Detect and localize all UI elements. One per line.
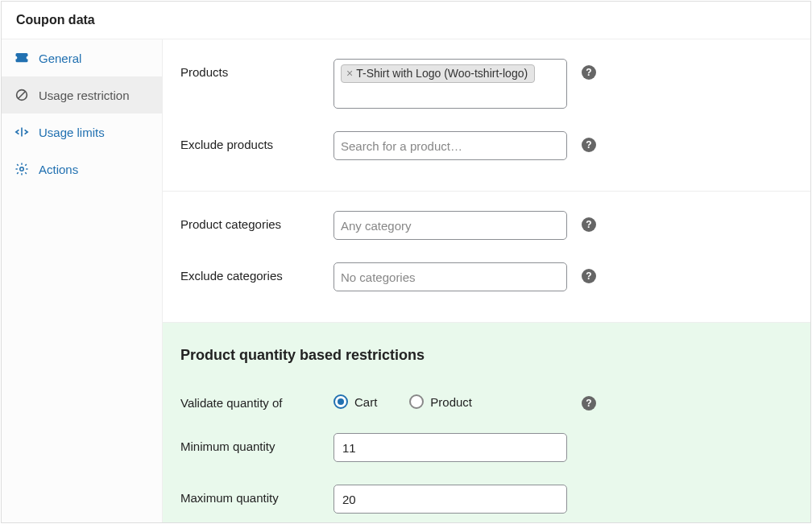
max-quantity-input[interactable]	[334, 485, 567, 514]
limits-icon	[14, 125, 29, 139]
content-area: Products × T-Shirt with Logo (Woo-tshirt…	[163, 39, 810, 522]
help-icon[interactable]: ?	[582, 138, 596, 152]
tab-label: Actions	[39, 163, 78, 176]
radio-label: Cart	[354, 395, 377, 409]
help-icon[interactable]: ?	[582, 269, 596, 283]
section-quantity-restrictions: Product quantity based restrictions Vali…	[163, 322, 810, 522]
gear-icon	[14, 162, 29, 176]
svg-point-3	[20, 167, 24, 171]
products-select[interactable]: × T-Shirt with Logo (Woo-tshirt-logo)	[334, 59, 567, 109]
section-category-restrictions: Product categories Any category ? Exclud…	[163, 191, 810, 322]
chip-remove-icon[interactable]: ×	[345, 67, 354, 80]
row-max-quantity: Maximum quantity	[163, 473, 810, 522]
radio-unchecked-icon	[409, 394, 424, 409]
panel-title: Coupon data	[2, 2, 810, 39]
radio-label: Product	[430, 395, 472, 409]
row-products: Products × T-Shirt with Logo (Woo-tshirt…	[163, 47, 810, 120]
row-product-categories: Product categories Any category ?	[163, 200, 810, 251]
ticket-icon	[14, 51, 29, 65]
min-quantity-input[interactable]	[334, 433, 567, 462]
label-exclude-categories: Exclude categories	[180, 262, 334, 283]
help-icon[interactable]: ?	[582, 396, 596, 411]
label-min-quantity: Minimum quantity	[180, 433, 334, 453]
exclude-products-select[interactable]: Search for a product…	[334, 131, 567, 160]
product-chip: × T-Shirt with Logo (Woo-tshirt-logo)	[341, 64, 535, 83]
row-min-quantity: Minimum quantity	[163, 422, 810, 473]
svg-line-1	[19, 92, 26, 99]
tab-usage-restriction[interactable]: Usage restriction	[2, 76, 162, 113]
placeholder-text: Any category	[341, 219, 412, 233]
panel-body: General Usage restriction Usage limits A…	[2, 39, 810, 522]
tab-label: Usage limits	[39, 126, 105, 139]
ban-icon	[14, 88, 29, 102]
radio-cart[interactable]: Cart	[334, 394, 377, 409]
label-products: Products	[180, 59, 334, 79]
placeholder-text: Search for a product…	[341, 139, 462, 153]
row-exclude-categories: Exclude categories No categories ?	[163, 251, 810, 303]
label-validate-quantity: Validate quantity of	[180, 390, 334, 410]
help-icon[interactable]: ?	[582, 65, 596, 80]
tab-usage-limits[interactable]: Usage limits	[2, 113, 162, 151]
row-validate-quantity: Validate quantity of Cart Product	[163, 378, 810, 422]
validate-quantity-radio-group: Cart Product	[334, 390, 567, 409]
label-exclude-products: Exclude products	[180, 131, 334, 151]
radio-checked-icon	[334, 394, 348, 409]
tab-general[interactable]: General	[2, 39, 162, 76]
section-product-restrictions: Products × T-Shirt with Logo (Woo-tshirt…	[163, 39, 810, 191]
tab-actions[interactable]: Actions	[2, 151, 162, 188]
help-icon[interactable]: ?	[582, 217, 596, 232]
product-categories-select[interactable]: Any category	[334, 211, 567, 240]
label-max-quantity: Maximum quantity	[180, 485, 334, 505]
exclude-categories-select[interactable]: No categories	[334, 262, 567, 291]
row-exclude-products: Exclude products Search for a product… ?	[163, 120, 810, 171]
section-title: Product quantity based restrictions	[163, 331, 810, 378]
placeholder-text: No categories	[341, 270, 416, 284]
radio-product[interactable]: Product	[409, 394, 472, 409]
chip-label: T-Shirt with Logo (Woo-tshirt-logo)	[356, 67, 528, 80]
tab-label: General	[39, 52, 81, 65]
label-product-categories: Product categories	[180, 211, 334, 231]
coupon-data-panel: Coupon data General Usage restriction Us…	[1, 1, 811, 523]
tab-label: Usage restriction	[39, 89, 130, 102]
sidebar: General Usage restriction Usage limits A…	[2, 39, 163, 522]
